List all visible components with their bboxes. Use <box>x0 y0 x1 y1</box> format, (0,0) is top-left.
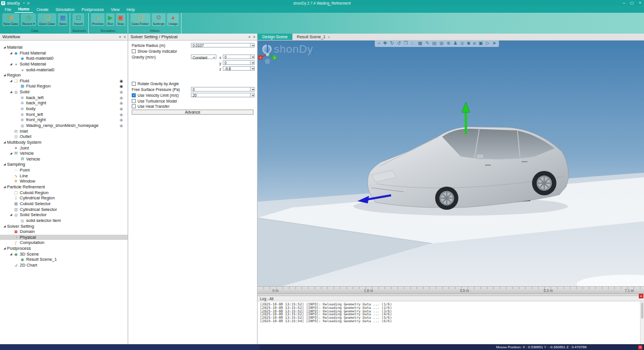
settings-button[interactable]: ⚙Settings <box>152 13 166 26</box>
tree-item-2d-chart[interactable]: ⊿2D Chart <box>0 262 128 268</box>
tree-item-outlet[interactable]: ▥Outlet <box>0 134 128 140</box>
preview-button[interactable]: ⌕Preview <box>91 13 105 26</box>
close-panel-icon[interactable]: × <box>253 34 255 41</box>
tree-item-cuboid-selector[interactable]: ▦Cuboid Selector <box>0 201 128 207</box>
expander-icon[interactable]: ◢ <box>2 246 7 251</box>
visibility-eye-icon[interactable]: ◉ <box>120 89 123 95</box>
camera-icon[interactable]: ◙ <box>467 41 470 47</box>
play-icon[interactable]: ▷ <box>486 41 490 47</box>
tree-item-inlet[interactable]: ▤Inlet <box>0 129 128 134</box>
rotate-gravity-checkbox[interactable] <box>132 82 136 86</box>
tree-item-fluid[interactable]: ◢❑Fluid◉ <box>0 78 128 84</box>
recent-button[interactable]: ◷Recent ▾ <box>21 13 36 26</box>
save-button[interactable]: ▦Save <box>58 13 68 26</box>
tree-item-vehicle[interactable]: ◢ĦVehicle <box>0 151 128 156</box>
spinner[interactable] <box>250 67 254 70</box>
tree-item-postprocess[interactable]: ◢Postprocess <box>0 246 128 251</box>
spinner[interactable] <box>250 88 254 91</box>
open-case-button[interactable]: ❑Open Case <box>38 13 56 26</box>
tree-item-region[interactable]: ◢Region <box>0 72 128 78</box>
tree-item-cylindrical-selector[interactable]: ▥Cylindrical Selector <box>0 207 128 213</box>
log-scrollbar[interactable] <box>640 301 644 344</box>
zoom-icon[interactable]: ⌕ <box>378 41 380 47</box>
share-icon[interactable]: ➤ <box>493 41 497 47</box>
menu-simulation[interactable]: Simulation <box>52 7 78 13</box>
tree-item-solid-selector-item[interactable]: ◍solid selector item <box>0 218 128 224</box>
visibility-eye-icon[interactable]: ◉ <box>120 78 123 84</box>
status-alert-button[interactable]: × <box>638 345 642 349</box>
tree-item-body[interactable]: ⊛body◉ <box>0 106 128 112</box>
tree-item-3d-scene[interactable]: ◢◉3D Scene <box>0 251 128 257</box>
show-gravity-indicator-checkbox[interactable] <box>132 49 136 53</box>
gravity-x-input[interactable] <box>223 54 255 59</box>
visibility-eye-icon[interactable]: ◉ <box>120 123 123 129</box>
tab-close-icon[interactable]: × <box>328 34 330 41</box>
tree-item-particle-refinement[interactable]: ◢Particle Refinement <box>0 184 128 190</box>
axis-gizmo[interactable]: x y <box>258 41 277 65</box>
pan-icon[interactable]: ✚ <box>383 41 387 47</box>
menu-file[interactable]: File <box>1 7 15 13</box>
pin-icon[interactable]: ⌖ <box>248 34 251 41</box>
tree-item-window[interactable]: ❖Window <box>0 178 128 184</box>
expander-icon[interactable]: ◢ <box>9 151 13 156</box>
tree-item-sampling[interactable]: ◢Sampling <box>0 162 128 167</box>
tree-item-front-left[interactable]: ⊛front_left◉ <box>0 112 128 118</box>
expander-icon[interactable]: ◢ <box>2 224 7 229</box>
target-icon[interactable]: ◎ <box>460 41 464 47</box>
new-case-button[interactable]: ⊕New Case <box>2 13 19 26</box>
tree-item-joint[interactable]: ✦Joint <box>0 145 128 151</box>
measure-icon[interactable]: ⌀ <box>473 41 476 47</box>
tree-item-physical[interactable]: ◔Physical <box>0 235 128 240</box>
visibility-eye-icon[interactable]: ◉ <box>120 83 123 89</box>
log-close-button[interactable]: × <box>639 294 643 298</box>
tree-item-fluid-material[interactable]: ◢◆Fluid Material <box>0 50 128 56</box>
annotate-icon[interactable]: ✎ <box>425 41 429 47</box>
axes-icon[interactable]: ∟ <box>411 41 415 47</box>
case-folder-button[interactable]: ❑Case Folder <box>131 13 150 26</box>
visibility-eye-icon[interactable]: ◉ <box>120 117 123 123</box>
close-panel-icon[interactable]: × <box>124 34 126 41</box>
tree-item-line[interactable]: ∿Line <box>0 173 128 179</box>
usage-button[interactable]: ◕Usage <box>167 13 179 26</box>
cube-view-icon[interactable]: ❐ <box>404 41 408 47</box>
tree-item-vehicle[interactable]: ĦVehicle <box>0 156 128 162</box>
image-export-icon[interactable]: ▦ <box>418 41 423 47</box>
pin-icon[interactable]: ⌖ <box>119 34 121 41</box>
use-turbulence-model-checkbox[interactable] <box>132 99 136 103</box>
tree-item-solid-selector[interactable]: ◢◍Solid Selector <box>0 212 128 218</box>
tree-item-solver-setting[interactable]: ◢Solver Setting <box>0 224 128 229</box>
expander-icon[interactable]: ◢ <box>9 251 13 257</box>
orbit-icon[interactable]: ↻ <box>390 41 394 47</box>
tree-item-front-right[interactable]: ⊛front_right◉ <box>0 117 128 123</box>
tab-design-scene[interactable]: Design Scene <box>258 34 292 40</box>
menu-help[interactable]: Help <box>123 7 138 13</box>
particle-radius-input[interactable] <box>191 43 255 48</box>
visibility-eye-icon[interactable]: ◉ <box>120 100 123 106</box>
expander-icon[interactable]: ◢ <box>2 72 7 78</box>
tree-item-solid[interactable]: ◢◍Solid◉ <box>0 89 128 95</box>
spinner[interactable] <box>250 55 254 59</box>
globe-icon[interactable]: ◍ <box>439 41 443 47</box>
advance-button[interactable]: Advance <box>132 110 254 115</box>
gravity-y-input[interactable] <box>223 60 255 65</box>
tree-item-solid-material0[interactable]: ●solid-material0 <box>0 67 128 73</box>
run-button[interactable]: ▶Run <box>106 13 114 26</box>
tree-item-computation[interactable]: ƒComputation <box>0 240 128 246</box>
expander-icon[interactable]: ◢ <box>2 184 7 190</box>
velocity-limit-input[interactable] <box>191 93 255 97</box>
stop-button[interactable]: ▣Stop <box>116 13 125 26</box>
spinner[interactable] <box>250 61 254 64</box>
tree-item-back-left[interactable]: ⊛back_left◉ <box>0 95 128 101</box>
expander-icon[interactable]: ◢ <box>9 61 13 67</box>
tree-item-wading-ramp-shonmesh-homepage[interactable]: ◍Wading_ramp_shonMesh_homepage◉ <box>0 123 128 129</box>
visibility-eye-icon[interactable]: ◉ <box>120 95 123 101</box>
log-scrollbar-thumb[interactable] <box>641 302 643 319</box>
tree-item-cuboid-region[interactable]: ▢Cuboid Region <box>0 190 128 196</box>
rotate-view-icon[interactable]: ↺ <box>397 41 401 47</box>
expander-icon[interactable]: ◢ <box>2 162 7 167</box>
expander-icon[interactable]: ◢ <box>2 45 7 50</box>
gravity-z-input[interactable] <box>223 66 255 71</box>
person-view-icon[interactable]: ♟ <box>453 41 457 47</box>
3d-scene[interactable]: shonDy ⌕✚↻↺❐∟▦✎▤◍⊕♟◎◙⌀▣▷➤ x y 0 m1.8 m3.… <box>258 41 644 293</box>
use-heat-transfer-checkbox[interactable] <box>132 104 136 108</box>
